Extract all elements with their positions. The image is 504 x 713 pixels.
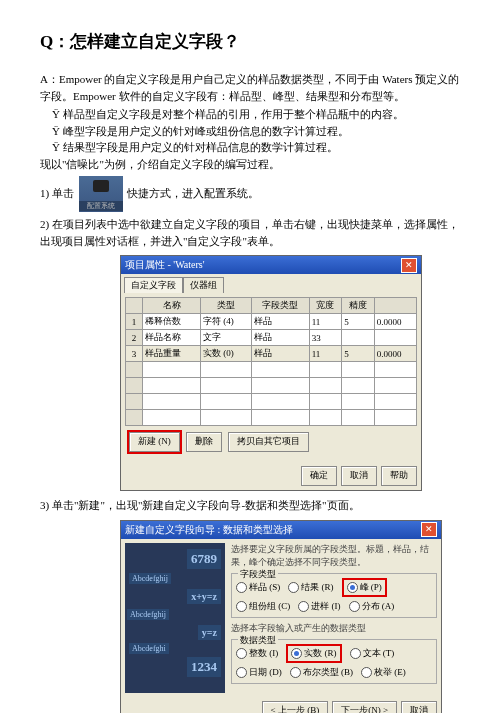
radio-peak[interactable]: 峰 (P): [342, 578, 387, 597]
new-field-wizard-dialog: 新建自定义字段向导 : 数据和类型选择 ✕ 6789 Abcdefghij x+…: [120, 520, 442, 714]
close-icon[interactable]: ✕: [401, 258, 417, 273]
intro-para: A：Empower 的自定义字段是用户自己定义的样品数据类型，不同于由 Wate…: [40, 71, 464, 104]
table-header-row: 名称 类型 字段类型 宽度 精度: [126, 298, 417, 314]
radio-text[interactable]: 文本 (T): [350, 647, 395, 660]
radio-date[interactable]: 日期 (D): [236, 666, 282, 679]
intro-example: 现以"信噪比"为例，介绍自定义字段的编写过程。: [40, 156, 464, 173]
back-button[interactable]: < 上一步 (B): [262, 701, 329, 714]
col-width: 宽度: [309, 298, 342, 314]
bullet-result: Ÿ 结果型字段是用户定义的针对样品信息的数学计算过程。: [40, 139, 464, 156]
help-button[interactable]: 帮助: [381, 466, 417, 486]
table-row[interactable]: 3 样品重量 实数 (0) 样品 11 5 0.0000: [126, 346, 417, 362]
table-row[interactable]: [126, 362, 417, 378]
group-field-type: 字段类型: [238, 568, 278, 581]
custom-fields-table: 名称 类型 字段类型 宽度 精度 1 稀释倍数 字符 (4) 样品 11 5 0…: [125, 297, 417, 426]
close-icon[interactable]: ✕: [421, 522, 437, 537]
wizard-titlebar: 新建自定义字段向导 : 数据和类型选择 ✕: [121, 521, 441, 539]
table-row[interactable]: [126, 410, 417, 426]
radio-injection[interactable]: 进样 (I): [298, 600, 340, 613]
project-properties-dialog: 项目属性 - 'Waters' ✕ 自定义字段 仪器组 名称 类型 字段类型 宽…: [120, 255, 422, 491]
step1-post: 快捷方式，进入配置系统。: [127, 187, 259, 199]
shortcut-label: 配置系统: [79, 201, 123, 211]
radio-result[interactable]: 结果 (R): [288, 581, 333, 594]
table-row[interactable]: 2 样品名称 文字 样品 33: [126, 330, 417, 346]
config-system-shortcut-icon: 配置系统: [79, 176, 123, 212]
radio-compgroup[interactable]: 组份组 (C): [236, 600, 290, 613]
col-precision: 精度: [342, 298, 375, 314]
wizard-title: 新建自定义字段向导 : 数据和类型选择: [125, 521, 293, 539]
bullet-peak: Ÿ 峰型字段是用户定义的针对峰或组份信息的数字计算过程。: [40, 123, 464, 140]
radio-distribution[interactable]: 分布 (A): [349, 600, 395, 613]
step-3: 3) 单击"新建"，出现"新建自定义字段向导-数据和类型选择"页面。: [40, 497, 464, 514]
col-type: 类型: [201, 298, 252, 314]
tab-instrument-group[interactable]: 仪器组: [183, 277, 224, 293]
step-2: 2) 在项目列表中选中欲建立自定义字段的项目，单击右键，出现快捷菜单，选择属性，…: [40, 216, 464, 249]
dialog-title: 项目属性 - 'Waters': [125, 256, 204, 274]
wizard-sidebar-graphic: 6789 Abcdefghij x+y=z Abcdefghij y=z Abc…: [125, 543, 225, 693]
col-fieldtype: 字段类型: [251, 298, 309, 314]
page-title: Q：怎样建立自定义字段？: [40, 30, 464, 53]
cancel-button[interactable]: 取消: [341, 466, 377, 486]
copy-button[interactable]: 拷贝自其它项目: [228, 432, 309, 452]
wizard-desc: 选择要定义字段所属的字段类型。标题，样品，结果，峰个确定选择不同字段类型。: [231, 543, 437, 569]
next-button[interactable]: 下一步(N) >: [332, 701, 397, 714]
radio-sample[interactable]: 样品 (S): [236, 581, 280, 594]
step1-pre: 1) 单击: [40, 187, 74, 199]
table-row[interactable]: 1 稀释倍数 字符 (4) 样品 11 5 0.0000: [126, 314, 417, 330]
col-name: 名称: [143, 298, 201, 314]
table-row[interactable]: [126, 378, 417, 394]
new-button[interactable]: 新建 (N): [129, 432, 180, 452]
radio-real[interactable]: 实数 (R): [286, 644, 341, 663]
radio-bool[interactable]: 布尔类型 (B): [290, 666, 353, 679]
step-1: 1) 单击 配置系统 快捷方式，进入配置系统。: [40, 176, 464, 212]
ok-button[interactable]: 确定: [301, 466, 337, 486]
radio-enum[interactable]: 枚举 (E): [361, 666, 406, 679]
tab-custom-fields[interactable]: 自定义字段: [124, 277, 183, 293]
bullet-sample: Ÿ 样品型自定义字段是对整个样品的引用，作用于整个样品瓶中的内容。: [40, 106, 464, 123]
table-row[interactable]: [126, 394, 417, 410]
cancel-button[interactable]: 取消: [401, 701, 437, 714]
group-data-type: 数据类型: [238, 634, 278, 647]
radio-int[interactable]: 整数 (I): [236, 647, 278, 660]
dialog-titlebar: 项目属性 - 'Waters' ✕: [121, 256, 421, 274]
delete-button[interactable]: 删除: [186, 432, 222, 452]
